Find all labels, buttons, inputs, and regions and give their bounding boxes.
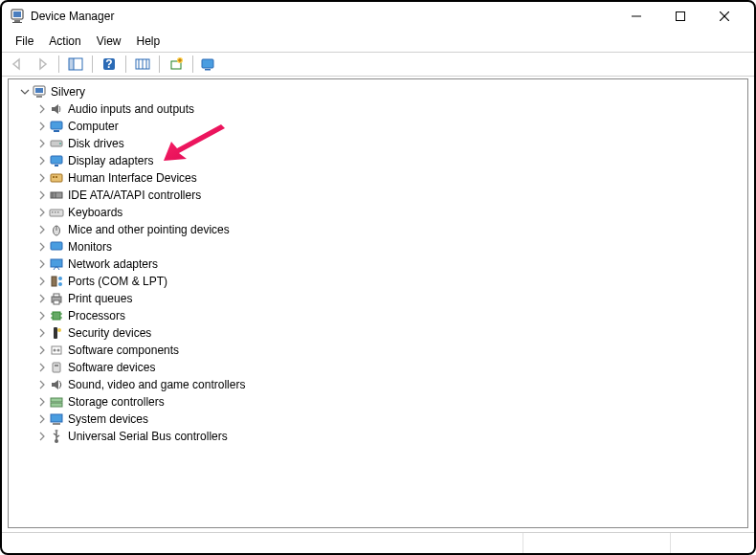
svg-point-59 (57, 349, 60, 352)
tree-item[interactable]: Processors (33, 307, 747, 324)
svg-rect-48 (54, 294, 59, 297)
expand-icon[interactable] (35, 344, 49, 357)
expand-icon[interactable] (35, 430, 49, 443)
tree-item[interactable]: Computer (33, 118, 747, 135)
help-button[interactable]: ? (98, 54, 121, 75)
category-icon (49, 411, 64, 427)
svg-rect-49 (54, 300, 59, 304)
expand-icon[interactable] (35, 137, 49, 150)
computer-icon (32, 84, 47, 100)
expand-icon[interactable] (35, 240, 49, 254)
tree-root: Silvery Audio inputs and outputsComputer… (9, 83, 747, 445)
tree-item-label: Software devices (68, 361, 155, 374)
expand-icon[interactable] (35, 378, 49, 391)
show-hide-tree-button[interactable] (64, 54, 87, 75)
view-devices-button[interactable] (198, 54, 221, 75)
minimize-button[interactable] (614, 2, 658, 31)
tree-item-label: Network adapters (68, 257, 158, 271)
status-cell (671, 533, 754, 553)
expand-icon[interactable] (35, 395, 49, 409)
category-icon (49, 343, 64, 358)
toolbar-separator (125, 56, 126, 73)
tree-item[interactable]: Mice and other pointing devices (33, 221, 747, 238)
expand-icon[interactable] (35, 171, 49, 185)
category-icon (49, 153, 64, 168)
svg-point-58 (54, 349, 56, 352)
menu-help[interactable]: Help (129, 33, 168, 50)
svg-rect-5 (677, 12, 685, 21)
svg-rect-55 (54, 327, 57, 339)
svg-rect-22 (35, 88, 43, 93)
tree-item[interactable]: Display adapters (33, 152, 747, 169)
tree-item[interactable]: Security devices (33, 324, 747, 342)
tree-item[interactable]: System devices (33, 411, 747, 428)
expand-icon[interactable] (35, 309, 49, 322)
tree-item[interactable]: IDE ATA/ATAPI controllers (33, 187, 747, 204)
expand-icon[interactable] (35, 102, 49, 116)
expand-icon[interactable] (35, 154, 49, 167)
tree-item-label: Human Interface Devices (68, 171, 197, 185)
expand-icon[interactable] (35, 412, 49, 426)
expand-icon[interactable] (35, 292, 49, 305)
svg-rect-60 (53, 363, 60, 372)
svg-rect-31 (53, 176, 55, 178)
expand-icon[interactable] (35, 361, 49, 374)
expand-icon[interactable] (35, 326, 49, 340)
svg-point-46 (58, 282, 62, 286)
expand-icon[interactable] (35, 223, 49, 236)
tree-item[interactable]: Sound, video and game controllers (33, 376, 747, 393)
close-button[interactable] (702, 2, 746, 31)
tree-item[interactable]: Software devices (33, 359, 747, 376)
add-legacy-hardware-button[interactable] (165, 54, 188, 75)
svg-rect-19 (202, 59, 213, 68)
tree-item[interactable]: Keyboards (33, 204, 747, 221)
toolbar-separator (192, 56, 193, 73)
tree-item-label: Disk drives (68, 137, 124, 150)
category-icon (49, 308, 64, 323)
tree-item[interactable]: Audio inputs and outputs (33, 100, 747, 118)
svg-rect-43 (51, 259, 62, 267)
statusbar (2, 532, 754, 553)
svg-rect-37 (52, 211, 54, 213)
toolbar: ? (2, 52, 754, 77)
toolbar-separator (58, 56, 59, 73)
tree-item[interactable]: Print queues (33, 290, 747, 307)
expand-icon[interactable] (35, 120, 49, 133)
svg-rect-24 (51, 122, 62, 129)
tree-item-label: Print queues (68, 292, 132, 305)
category-icon (49, 101, 64, 117)
tree-item[interactable]: Network adapters (33, 255, 747, 273)
maximize-button[interactable] (658, 2, 702, 31)
collapse-icon[interactable] (18, 85, 32, 99)
tree-item[interactable]: Human Interface Devices (33, 169, 747, 187)
toolbar-separator (92, 56, 93, 73)
tree-children: Audio inputs and outputsComputerDisk dri… (16, 100, 747, 445)
expand-icon[interactable] (35, 206, 49, 219)
tree-root-row[interactable]: Silvery (16, 83, 747, 100)
device-tree-panel[interactable]: Silvery Audio inputs and outputsComputer… (8, 78, 748, 528)
menu-file[interactable]: File (8, 33, 41, 50)
tree-item-label: Sound, video and game controllers (68, 378, 245, 391)
menu-action[interactable]: Action (41, 33, 88, 50)
expand-icon[interactable] (35, 257, 49, 271)
tree-item[interactable]: Universal Serial Bus controllers (33, 428, 747, 445)
tree-item[interactable]: Monitors (33, 238, 747, 255)
tree-item[interactable]: Disk drives (33, 135, 747, 152)
svg-rect-3 (12, 22, 22, 23)
svg-rect-39 (57, 211, 59, 213)
forward-button[interactable] (31, 54, 54, 75)
tree-item-label: System devices (68, 412, 148, 426)
expand-icon[interactable] (35, 189, 49, 202)
category-icon (49, 291, 64, 306)
tree-item[interactable]: Ports (COM & LPT) (33, 273, 747, 290)
svg-rect-23 (36, 96, 42, 98)
tree-item[interactable]: Software components (33, 342, 747, 359)
expand-icon[interactable] (35, 275, 49, 288)
scan-hardware-button[interactable] (131, 54, 154, 75)
svg-point-45 (58, 277, 62, 280)
menu-view[interactable]: View (89, 33, 129, 50)
back-button[interactable] (6, 54, 29, 75)
category-icon (49, 119, 64, 134)
tree-item[interactable]: Storage controllers (33, 393, 747, 411)
tree-item-label: Ports (COM & LPT) (68, 275, 167, 288)
